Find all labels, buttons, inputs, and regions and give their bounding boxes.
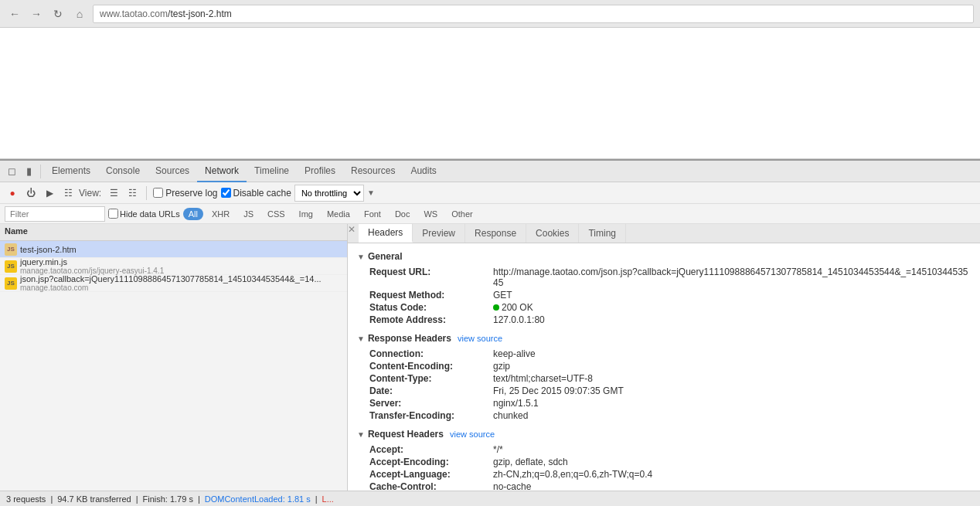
detail-tab-timing[interactable]: Timing	[579, 224, 626, 243]
file-row[interactable]: JS test-json-2.htm	[0, 241, 347, 258]
file-list-header: Name	[0, 224, 347, 241]
type-btn-xhr[interactable]: XHR	[206, 208, 235, 220]
rh-transfer-encoding-key: Transfer-Encoding:	[369, 410, 493, 421]
tree-view-button[interactable]: ☷	[124, 185, 140, 201]
filter-toggle-button[interactable]: ☷	[60, 185, 76, 201]
request-method-row: Request Method: GET	[357, 290, 971, 301]
type-btn-font[interactable]: Font	[359, 208, 386, 220]
status-ok-dot	[493, 304, 499, 311]
rh-server-key: Server:	[369, 398, 493, 409]
throttle-select[interactable]: No throttling	[294, 185, 364, 202]
separator2: |	[136, 494, 138, 504]
request-headers-view-source[interactable]: view source	[450, 430, 495, 439]
tab-resources[interactable]: Resources	[343, 161, 403, 182]
remote-address-value: 127.0.0.1:80	[493, 314, 545, 325]
details-pane: ✕ Headers Preview Response Cookies Timin…	[348, 224, 980, 491]
detail-tab-cookies[interactable]: Cookies	[526, 224, 579, 243]
tab-elements[interactable]: Elements	[44, 161, 98, 182]
tab-profiles[interactable]: Profiles	[297, 161, 343, 182]
hide-data-urls-checkbox[interactable]	[108, 209, 118, 219]
type-btn-ws[interactable]: WS	[418, 208, 443, 220]
preserve-log-checkbox[interactable]	[153, 188, 163, 198]
reqh-accept-encoding-key: Accept-Encoding:	[369, 457, 493, 467]
camera-button[interactable]: ▶	[42, 185, 57, 201]
finish-time: Finish: 1.79 s	[142, 494, 192, 504]
triangle-icon: ▼	[357, 335, 365, 343]
tab-sources[interactable]: Sources	[148, 161, 197, 182]
col-path	[338, 224, 347, 240]
tab-timeline[interactable]: Timeline	[247, 161, 297, 182]
request-method-value: GET	[493, 290, 512, 301]
address-bar[interactable]: www.taotao.com/test-json-2.htm	[93, 5, 974, 23]
throttle-arrow: ▼	[367, 188, 375, 197]
rh-connection-key: Connection:	[369, 348, 493, 359]
file-row[interactable]: JS jquery.min.js manage.taotao.com/js/jq…	[0, 258, 347, 275]
rh-content-type-key: Content-Type:	[369, 373, 493, 384]
url-prefix: www.taotao.com	[100, 8, 168, 19]
reqh-accept-encoding-value: gzip, deflate, sdch	[493, 457, 568, 467]
tab-separator	[40, 165, 41, 178]
browser-chrome: ← → ↻ ⌂ www.taotao.com/test-json-2.htm	[0, 0, 980, 28]
detail-tab-headers[interactable]: Headers	[359, 224, 413, 243]
record-button[interactable]: ●	[5, 185, 20, 201]
rh-transfer-encoding-row: Transfer-Encoding: chunked	[357, 410, 971, 421]
rh-content-type-row: Content-Type: text/html;charset=UTF-8	[357, 373, 971, 384]
html-icon: JS	[5, 243, 17, 256]
url-path: /test-json-2.htm	[168, 8, 232, 19]
reqh-cache-control-value: no-cache	[493, 481, 531, 491]
forward-button[interactable]: →	[28, 5, 45, 22]
status-code-row: Status Code: 200 OK	[357, 302, 971, 313]
detail-tab-preview[interactable]: Preview	[413, 224, 465, 243]
request-url-value: http://manage.taotao.com/json.jsp?callba…	[493, 267, 971, 288]
reqh-cache-control-row: Cache-Control: no-cache	[357, 481, 971, 491]
type-btn-media[interactable]: Media	[322, 208, 356, 220]
type-btn-img[interactable]: Img	[294, 208, 318, 220]
type-btn-css[interactable]: CSS	[262, 208, 291, 220]
tab-console[interactable]: Console	[98, 161, 148, 182]
separator4: |	[315, 494, 318, 504]
network-toolbar: ● ⏻ ▶ ☷ View: ☰ ☷ Preserve log Disable c…	[0, 182, 980, 204]
load-time: L...	[322, 494, 334, 504]
status-code-value: 200 OK	[493, 302, 533, 313]
request-url-row: Request URL: http://manage.taotao.com/js…	[357, 267, 971, 288]
detail-tab-response[interactable]: Response	[465, 224, 526, 243]
disable-cache-checkbox[interactable]	[221, 188, 231, 198]
tab-audits[interactable]: Audits	[403, 161, 444, 182]
clear-button[interactable]: ⏻	[23, 185, 39, 201]
reqh-accept-row: Accept: */*	[357, 444, 971, 455]
general-section-header[interactable]: ▼ General	[357, 250, 971, 263]
triangle-icon: ▼	[357, 253, 365, 261]
type-btn-doc[interactable]: Doc	[390, 208, 416, 220]
response-headers-view-source[interactable]: view source	[458, 334, 502, 343]
remote-address-row: Remote Address: 127.0.0.1:80	[357, 314, 971, 325]
request-headers-section-header[interactable]: ▼ Request Headers view source	[357, 427, 971, 441]
list-view-button[interactable]: ☰	[106, 185, 121, 201]
col-name: Name	[0, 224, 32, 240]
home-button[interactable]: ⌂	[71, 5, 88, 22]
reqh-accept-key: Accept:	[369, 444, 493, 455]
rh-content-encoding-key: Content-Encoding:	[369, 361, 493, 372]
mobile-emulation-button[interactable]: ▮	[20, 163, 37, 180]
reqh-accept-encoding-row: Accept-Encoding: gzip, deflate, sdch	[357, 457, 971, 467]
detail-close-btn[interactable]: ✕	[348, 224, 356, 243]
file-row-info: test-json-2.htm	[20, 245, 77, 254]
file-row[interactable]: JS json.jsp?callback=jQuery1111098886457…	[0, 275, 347, 292]
type-btn-js[interactable]: JS	[238, 208, 259, 220]
disable-cache-label: Disable cache	[221, 188, 291, 199]
back-button[interactable]: ←	[6, 5, 23, 22]
type-btn-all[interactable]: All	[183, 208, 203, 220]
tab-network[interactable]: Network	[197, 161, 247, 182]
reqh-accept-value: */*	[493, 444, 503, 455]
rh-content-type-value: text/html;charset=UTF-8	[493, 373, 593, 384]
general-title: General	[368, 251, 403, 262]
type-btn-other[interactable]: Other	[446, 208, 478, 220]
file-name: test-json-2.htm	[20, 245, 77, 254]
headers-content: ▼ General Request URL: http://manage.tao…	[348, 243, 980, 491]
rh-connection-value: keep-alive	[493, 348, 536, 359]
response-headers-section-header[interactable]: ▼ Response Headers view source	[357, 331, 971, 345]
reload-button[interactable]: ↻	[49, 5, 66, 22]
inspect-element-button[interactable]: ◻	[3, 163, 20, 180]
filter-input[interactable]	[5, 206, 105, 222]
response-headers-title: Response Headers	[368, 333, 451, 344]
file-list-items: JS test-json-2.htm JS jquery.min.js mana…	[0, 241, 347, 491]
